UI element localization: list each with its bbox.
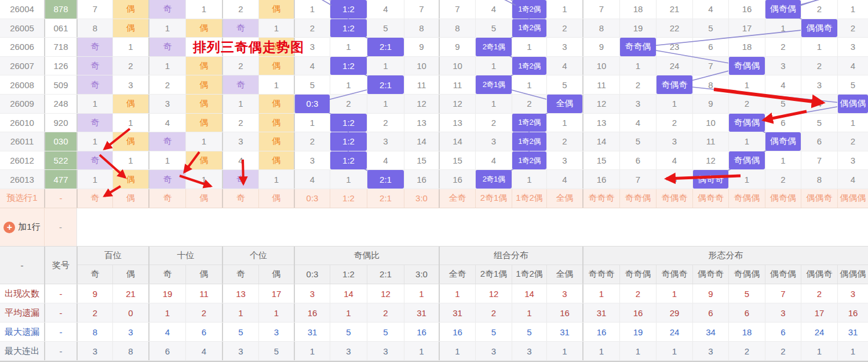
stats-subcolumn-header: 2奇1偶 (475, 265, 512, 284)
issue-number: 26005 (0, 19, 44, 38)
preselect-cell[interactable]: 偶奇偶 (765, 189, 801, 208)
preselect-cell[interactable]: 偶奇奇 (692, 189, 728, 208)
trend-cell: 1 (185, 132, 222, 151)
trend-cell: 1 (222, 95, 258, 113)
trend-cell: 11 (439, 75, 475, 94)
stats-value: 5 (222, 323, 258, 341)
issue-number: 26013 (0, 170, 44, 189)
trend-cell: 1 (76, 132, 112, 151)
preselect-cell[interactable]: 奇 (222, 189, 258, 208)
preselect-cell[interactable]: 奇偶偶 (728, 189, 765, 208)
trend-cell: 4 (656, 151, 692, 170)
trend-cell: 8 (692, 75, 728, 94)
preselect-dash: - (44, 189, 76, 208)
stats-value: 8 (112, 342, 148, 360)
stats-row-dash: - (44, 284, 76, 303)
trend-cell: 1:2 (330, 57, 367, 75)
stats-value: 6 (765, 323, 801, 341)
stats-value: 9 (692, 284, 728, 303)
add-row-button[interactable]: + 加1行 (0, 208, 44, 246)
stats-value: 1 (439, 284, 475, 303)
trend-cell: 1 (728, 75, 765, 94)
trend-cell: 1 (656, 95, 692, 113)
preselect-cell[interactable]: 2:1 (367, 189, 404, 208)
trend-cell: 3 (837, 38, 868, 56)
preselect-cell[interactable]: 偶 (112, 189, 148, 208)
preselect-cell[interactable]: 全偶 (546, 189, 582, 208)
trend-row-26006: 26006718奇1奇11偶312:1992奇1偶139奇奇偶23618213 (0, 38, 868, 57)
preselect-cell[interactable]: 1奇2偶 (512, 189, 546, 208)
stats-value: 1 (801, 342, 837, 360)
preselect-cell[interactable]: 偶 (185, 189, 222, 208)
trend-cell: 1 (76, 170, 112, 189)
trend-cell: 2:1 (367, 170, 404, 189)
issue-number: 26011 (0, 132, 44, 151)
stats-value: 21 (112, 284, 148, 303)
trend-cell: 3 (475, 132, 512, 151)
preselect-cell[interactable]: 3:0 (404, 189, 439, 208)
trend-cell: 2 (837, 132, 868, 151)
preselect-cell[interactable]: 偶偶奇 (801, 189, 837, 208)
preselect-cell[interactable]: 偶偶偶 (837, 189, 868, 208)
pailie3-odd-even-trend-chart: 260048787偶奇12偶11:247741奇2偶171821416偶奇偶21… (0, 0, 868, 362)
preselect-cell[interactable]: 奇奇偶 (619, 189, 656, 208)
preselect-cell[interactable]: 奇偶奇 (656, 189, 692, 208)
stats-value: 2 (765, 342, 801, 360)
trend-cell: 4 (475, 0, 512, 19)
preselect-cell[interactable]: 奇奇奇 (582, 189, 619, 208)
trend-cell: 4 (367, 151, 404, 170)
trend-cell: 2 (765, 38, 801, 56)
trend-cell: 2 (546, 19, 582, 38)
draw-number: 248 (44, 95, 76, 113)
stats-value: 2 (801, 284, 837, 303)
stats-value: 3 (222, 342, 258, 360)
trend-cell: 1奇2偶 (512, 0, 546, 19)
trend-cell: 3 (367, 132, 404, 151)
trend-cell: 2 (801, 0, 837, 19)
trend-cell: 2 (148, 75, 185, 94)
trend-cell: 9 (582, 38, 619, 56)
trend-cell: 1:2 (330, 114, 367, 132)
preselect-cell[interactable]: 奇 (76, 189, 112, 208)
trend-cell: 奇 (222, 75, 258, 94)
trend-cell: 1 (258, 170, 294, 189)
trend-cell: 10 (582, 57, 619, 75)
trend-cell: 奇 (76, 38, 112, 56)
stats-subcolumn-header: 1奇2偶 (512, 265, 546, 284)
stats-subcolumn-header: 偶奇偶 (765, 265, 801, 284)
preselect-cell[interactable]: 1:2 (330, 189, 367, 208)
trend-cell: 1 (837, 114, 868, 132)
trend-cell: 7 (404, 0, 439, 19)
preselect-cell[interactable]: 0:3 (294, 189, 330, 208)
stats-row-label: 出现次数 (0, 284, 44, 303)
trend-cell: 偶 (258, 95, 294, 113)
preselect-cell[interactable]: 2奇1偶 (475, 189, 512, 208)
stats-value: 5 (330, 323, 367, 341)
stats-value: 3 (512, 342, 546, 360)
statistics-body: 出现次数-9211911131731412111214312195723平均遗漏… (0, 284, 868, 361)
stats-value: 31 (404, 303, 439, 322)
stats-value: 1 (404, 342, 439, 360)
trend-cell: 偶 (185, 19, 222, 38)
stats-group-header: 组合分布 (440, 247, 582, 265)
stats-value: 2 (185, 303, 222, 322)
draw-number: 718 (44, 38, 76, 56)
stats-value: 31 (546, 323, 582, 341)
stats-value: 3 (76, 342, 112, 360)
preselect-cell[interactable]: 偶 (258, 189, 294, 208)
stats-value: 9 (76, 284, 112, 303)
trend-cell: 偶奇奇 (692, 170, 728, 189)
trend-cell: 5 (801, 114, 837, 132)
draw-number: 030 (44, 132, 76, 151)
preselect-cell[interactable]: 全奇 (439, 189, 475, 208)
preselect-cell[interactable]: 奇 (148, 189, 185, 208)
stats-value: 3 (112, 323, 148, 341)
trend-cell: 10 (404, 57, 439, 75)
trend-cell: 3 (837, 151, 868, 170)
trend-row-26008: 26008509奇32偶奇1512:111112奇1偶15112奇偶奇81435 (0, 75, 868, 95)
trend-row-26005: 260050618偶1偶奇121:258851奇2偶2819225171偶偶奇2 (0, 19, 868, 38)
trend-cell: 1 (148, 19, 185, 38)
stats-group-header: 奇偶比 (295, 247, 439, 265)
issue-number: 26004 (0, 0, 44, 19)
trend-cell: 10 (692, 114, 728, 132)
